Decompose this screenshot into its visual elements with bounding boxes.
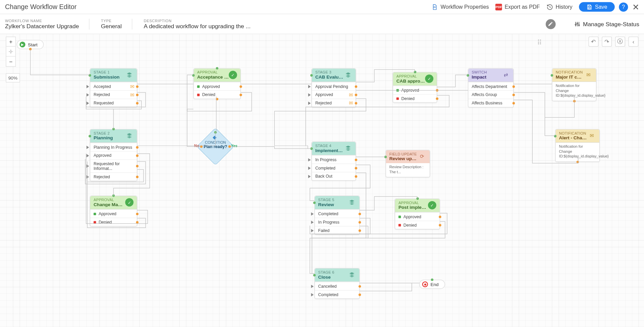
mail-icon: ✉ xyxy=(130,92,134,97)
type-value: General xyxy=(101,23,122,30)
stage-3-cab-evaluation[interactable]: STAGE 3CAB Evaluation Approval Pending A… xyxy=(312,68,356,107)
status-back-out[interactable]: Back Out xyxy=(312,172,356,180)
zoom-out-button[interactable]: − xyxy=(6,57,16,67)
status-in-progress[interactable]: In Progress xyxy=(312,155,356,164)
status-approved[interactable]: Approved xyxy=(393,86,437,94)
zoom-in-button[interactable]: + xyxy=(6,37,16,47)
redo-button[interactable]: ↷ xyxy=(602,37,612,47)
check-icon: ✓ xyxy=(125,198,133,206)
check-icon: ✓ xyxy=(229,71,237,79)
workflow-canvas[interactable]: + − 90% ⠿ ↶ ↷ ⓧ ‹ ▶ Start STAGE 1Submiss… xyxy=(0,34,644,327)
mail-icon: ✉ xyxy=(349,92,353,97)
notification-body: Notification for Change ID:${display_id.… xyxy=(552,82,596,101)
check-icon: ✓ xyxy=(425,75,433,83)
save-icon xyxy=(587,4,592,10)
status-denied[interactable]: Denied xyxy=(194,90,240,99)
switch-icon: ⇄ xyxy=(501,71,510,79)
approval-acceptance[interactable]: APPROVALAcceptance of the...✓ Approved D… xyxy=(194,68,241,99)
status-approved[interactable]: Approved✉ xyxy=(312,90,356,99)
status-cancelled[interactable]: Cancelled xyxy=(315,282,360,290)
topbar: Change Workflow Editor Workflow Properti… xyxy=(0,0,644,14)
cancel-button[interactable]: ⓧ xyxy=(615,37,625,47)
status-denied[interactable]: Denied xyxy=(395,221,440,229)
type-label: TYPE xyxy=(101,18,122,22)
status-rejected[interactable]: Rejected xyxy=(90,172,137,181)
status-approved[interactable]: Approved xyxy=(90,151,137,159)
close-button[interactable]: ✕ xyxy=(632,2,639,12)
mail-icon: ✉ xyxy=(130,84,134,89)
document-icon xyxy=(431,4,438,10)
status-completed[interactable]: Completed xyxy=(315,290,360,298)
stage-5-review[interactable]: STAGE 5Review Completed In Progress Fail… xyxy=(314,196,360,235)
notification-alert-change[interactable]: NOTIFICATIONAlert - Change in ...✉ Notif… xyxy=(555,129,600,162)
status-approved[interactable]: Approved xyxy=(194,82,240,90)
stage-6-close[interactable]: STAGE 6Close Cancelled Completed xyxy=(314,268,360,299)
condition-plan-ready[interactable]: ◆ CONDITION Plan ready? No Yes xyxy=(197,128,234,166)
mail-icon: ✉ xyxy=(349,100,353,106)
approval-post-implementation[interactable]: APPROVALPost implementat...✓ Approved De… xyxy=(395,198,440,229)
field-update-review-updates[interactable]: FIELD UPDATEReview updates⟳ Review Descr… xyxy=(385,150,430,177)
drag-handle[interactable]: ⠿ xyxy=(534,38,544,48)
zoom-fit-button[interactable] xyxy=(6,47,16,57)
pencil-icon xyxy=(548,21,553,27)
workflow-name-value: Zylker's Datacenter Upgrade xyxy=(5,23,79,30)
status-approved[interactable]: Approved xyxy=(395,212,440,221)
approval-cab[interactable]: APPROVALCAB approval✓ Approved Denied xyxy=(393,72,437,103)
status-rejected[interactable]: Rejected✉ xyxy=(312,99,356,107)
help-button[interactable]: ? xyxy=(619,2,628,11)
stage-1-submission[interactable]: STAGE 1Submission Accepted✉ Rejected✉ Re… xyxy=(90,68,137,107)
status-requested-for-information[interactable]: Requested for Informat... xyxy=(90,159,137,172)
status-planning-in-progress[interactable]: Planning In Progress xyxy=(90,143,137,151)
svg-point-0 xyxy=(434,7,435,7)
status-completed[interactable]: Completed xyxy=(315,209,360,218)
stack-icon xyxy=(125,132,133,140)
question-icon: ◆ xyxy=(213,135,216,140)
manage-stage-status-button[interactable]: Manage Stage-Status xyxy=(574,20,639,27)
play-icon: ▶ xyxy=(19,42,25,47)
status-rejected[interactable]: Rejected✉ xyxy=(90,90,137,99)
end-node[interactable]: End xyxy=(419,280,445,289)
status-approval-pending[interactable]: Approval Pending xyxy=(312,82,356,90)
mail-icon: ✉ xyxy=(588,132,596,140)
case-affects-department[interactable]: Affects Department xyxy=(468,82,513,90)
approval-change-manager[interactable]: APPROVALChange Manager's...✓ Approved De… xyxy=(90,196,137,227)
export-pdf-button[interactable]: PDF Export as PDF xyxy=(492,2,543,12)
crosshair-icon xyxy=(8,49,13,54)
stack-icon xyxy=(348,198,356,206)
notification-body: Notification for Change ID:${display_id.… xyxy=(556,143,599,161)
status-requested[interactable]: Requested xyxy=(90,99,137,107)
switch-impact[interactable]: SWITCHImpact⇄ Affects Department Affects… xyxy=(468,68,514,107)
stack-icon xyxy=(344,144,352,152)
status-accepted[interactable]: Accepted✉ xyxy=(90,82,137,90)
case-affects-group[interactable]: Affects Group xyxy=(468,90,513,99)
status-denied[interactable]: Denied xyxy=(393,94,437,102)
check-icon: ✓ xyxy=(428,201,436,209)
start-node[interactable]: ▶ Start xyxy=(17,40,44,49)
svg-point-5 xyxy=(578,25,579,26)
collapse-panel-button[interactable]: ‹ xyxy=(629,37,639,47)
history-icon xyxy=(546,4,553,10)
history-button[interactable]: History xyxy=(543,2,576,12)
zoom-level: 90% xyxy=(6,73,20,82)
case-affects-business[interactable]: Affects Business xyxy=(468,99,513,107)
svg-rect-2 xyxy=(589,7,591,8)
infobar: WORKFLOW NAMEZylker's Datacenter Upgrade… xyxy=(0,14,644,34)
field-update-body: Review Description : The t... xyxy=(386,163,430,177)
undo-button[interactable]: ↶ xyxy=(589,37,599,47)
status-in-progress[interactable]: In Progress xyxy=(315,218,360,226)
workflow-properties-button[interactable]: Workflow Properties xyxy=(428,2,492,12)
stack-icon xyxy=(348,271,356,279)
notification-major-it-change[interactable]: NOTIFICATIONMajor IT change✉ Notificatio… xyxy=(552,68,596,101)
mail-icon: ✉ xyxy=(584,71,593,79)
edit-button[interactable] xyxy=(545,19,555,29)
status-completed[interactable]: Completed xyxy=(312,164,356,172)
description-label: DESCRIPTION xyxy=(144,18,250,22)
status-approved[interactable]: Approved xyxy=(90,209,137,218)
svg-point-1 xyxy=(435,7,436,7)
svg-point-4 xyxy=(577,23,578,24)
status-failed[interactable]: Failed xyxy=(315,226,360,234)
stage-2-planning[interactable]: STAGE 2Planning Planning In Progress App… xyxy=(90,129,137,181)
status-denied[interactable]: Denied xyxy=(90,218,137,226)
stage-4-implementation[interactable]: STAGE 4Implementation In Progress Comple… xyxy=(312,142,356,181)
save-button[interactable]: Save xyxy=(579,2,615,12)
